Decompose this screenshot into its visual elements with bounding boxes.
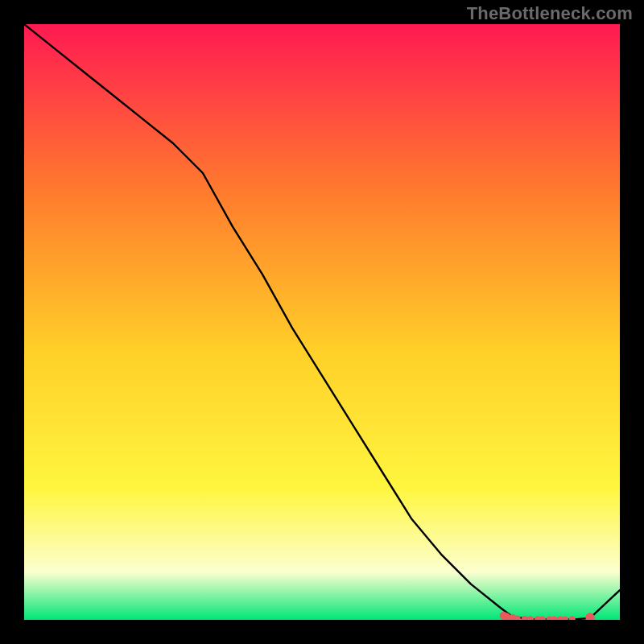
marker-dot: [569, 617, 575, 620]
watermark-text: TheBottleneck.com: [467, 3, 633, 24]
marker-dot: [514, 616, 520, 620]
gradient-background: [24, 24, 620, 620]
marker-dot: [539, 617, 545, 620]
marker-dot: [522, 617, 527, 620]
marker-dot: [551, 617, 557, 620]
marker-dot: [527, 617, 533, 620]
chart-frame: TheBottleneck.com: [0, 0, 644, 644]
chart-svg: [24, 24, 620, 620]
marker-dot: [562, 617, 568, 620]
marker-dot: [586, 613, 594, 620]
chart-plot-area: [24, 24, 620, 620]
